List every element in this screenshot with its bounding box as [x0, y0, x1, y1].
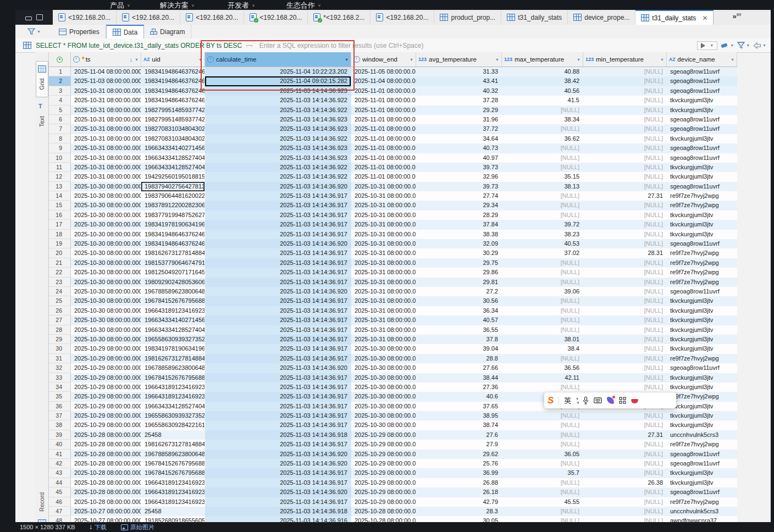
cell-device_name[interactable]: tkvckurgjuml3jtv [667, 344, 737, 353]
cell-max_temperature[interactable]: [NULL] [502, 210, 583, 220]
cell-calculate_time[interactable]: 2025-11-03 14:14:36.917 [205, 258, 351, 268]
minimize-window-icon[interactable] [25, 16, 32, 20]
table-row[interactable]: 282025-10-30 08:00:00.000196634334128527… [49, 325, 737, 335]
cell-window_end[interactable]: 2025-10-29 08:00:00.000 [351, 497, 416, 507]
cell-ts[interactable]: 2025-10-31 08:00:00.000 [71, 153, 141, 163]
cell-device_name[interactable]: sgeoag8row11uvrf [667, 143, 737, 153]
cell-avg_temperature[interactable]: 40.97 [416, 153, 502, 163]
table-row[interactable]: 382025-10-29 08:00:00.000196558630928422… [49, 420, 737, 430]
row-number[interactable]: 9 [49, 143, 71, 153]
cell-ts[interactable]: 2025-10-30 08:00:00.000 [71, 258, 141, 268]
table-row[interactable]: 172025-10-30 08:00:00.000198341978190634… [49, 220, 737, 229]
row-number[interactable]: 22 [49, 268, 71, 277]
cell-uid[interactable]: 1981537790646747915 [141, 258, 205, 268]
download-link[interactable]: ⭣ 下载 [90, 523, 107, 531]
cell-window_end[interactable]: 2025-10-30 08:00:00.000 [351, 354, 416, 363]
cell-min_temperature[interactable]: [NULL] [583, 373, 667, 383]
cell-calculate_time[interactable]: 2025-11-03 14:14:36.922 [205, 96, 351, 105]
cell-max_temperature[interactable]: 38.42 [502, 76, 583, 86]
cell-window_end[interactable]: 2025-11-01 08:00:00.000 [351, 106, 416, 115]
cell-calculate_time[interactable]: 2025-11-03 14:14:36.917 [205, 248, 351, 258]
cell-avg_temperature[interactable]: 36.55 [416, 325, 502, 335]
table-row[interactable]: 132025-10-30 08:00:00.000198379402756427… [49, 182, 737, 191]
cell-min_temperature[interactable]: [NULL] [583, 440, 667, 449]
row-number[interactable]: 8 [49, 134, 71, 143]
cell-window_end[interactable]: 2025-10-29 08:00:00.000 [351, 450, 416, 459]
cell-window_end[interactable]: 2025-10-31 08:00:00.000 [351, 296, 416, 306]
editor-tab-1[interactable]: <192.168.20... [53, 10, 117, 25]
cell-ts[interactable]: 2025-10-29 08:00:00.000 [71, 402, 141, 411]
column-header-avg_temperature[interactable]: 123avg_temperature▼ [416, 52, 502, 66]
cell-window_end[interactable]: 2025-10-30 08:00:00.000 [351, 411, 416, 420]
cell-ts[interactable]: 2025-10-30 08:00:00.000 [71, 335, 141, 344]
cell-calculate_time[interactable]: 2025-11-03 14:14:36.917 [205, 210, 351, 220]
cell-calculate_time[interactable]: 2025-11-03 14:14:36.922 [205, 134, 351, 143]
row-number[interactable]: 38 [49, 420, 71, 430]
cell-ts[interactable]: 2025-10-30 08:00:00.000 [71, 220, 141, 229]
cell-calculate_time[interactable]: 2025-11-03 14:14:36.917 [205, 478, 351, 487]
row-number[interactable]: 13 [49, 182, 71, 191]
cell-max_temperature[interactable]: 45.55 [502, 497, 583, 507]
row-number[interactable]: 15 [49, 201, 71, 210]
cell-device_name[interactable]: sgeoag8row11uvrf [667, 153, 737, 163]
cell-calculate_time[interactable]: 2025-11-03 14:14:36.920 [205, 239, 351, 248]
cell-ts[interactable]: 2025-10-29 08:00:00.000 [71, 420, 141, 430]
cell-calculate_time[interactable]: 2025-11-03 14:14:36.917 [205, 191, 351, 201]
cell-min_temperature[interactable]: [NULL] [583, 287, 667, 296]
cell-uid[interactable]: 1983419486463762465 [141, 96, 205, 105]
cell-uid[interactable]: 25458 [141, 430, 205, 440]
row-number[interactable]: 11 [49, 163, 71, 172]
filter-input[interactable]: Enter a SQL expression to filter results… [259, 42, 698, 49]
cell-avg_temperature[interactable]: 37.65 [416, 402, 502, 411]
cell-calculate_time[interactable]: 2025-11-03 14:14:36.920 [205, 450, 351, 459]
row-number[interactable]: 21 [49, 258, 71, 268]
cell-avg_temperature[interactable]: 29.86 [416, 268, 502, 277]
cell-max_temperature[interactable]: [NULL] [502, 191, 583, 201]
cell-calculate_time[interactable]: 2025-11-03 14:14:36.917 [205, 354, 351, 363]
cell-min_temperature[interactable]: 27.31 [583, 191, 667, 201]
cell-avg_temperature[interactable]: 27.74 [416, 191, 502, 201]
cell-device_name[interactable]: awndfgwwcnra37 [667, 516, 737, 522]
cell-max_temperature[interactable]: [NULL] [502, 143, 583, 153]
cell-uid[interactable]: 1983419486463762465 [141, 239, 205, 248]
cell-avg_temperature[interactable]: 42.79 [416, 497, 502, 507]
cell-device_name[interactable]: re9f7ze7hvyj2wpg [667, 268, 737, 277]
cell-max_temperature[interactable]: [NULL] [502, 383, 583, 392]
cell-calculate_time[interactable]: 2025-11-03 14:14:36.917 [205, 325, 351, 335]
cell-calculate_time[interactable]: 2025-11-03 14:14:36.923 [205, 143, 351, 153]
cell-ts[interactable]: 2025-10-31 08:00:00.000 [71, 115, 141, 124]
row-number[interactable]: 29 [49, 335, 71, 344]
cell-avg_temperature[interactable]: 29.75 [416, 258, 502, 268]
cell-uid[interactable]: 1982708310348043024 [141, 124, 205, 134]
cell-max_temperature[interactable]: 40.53 [502, 239, 583, 248]
cell-calculate_time[interactable]: 2025-11-03 14:14:36.920 [205, 363, 351, 373]
execute-button[interactable]: ▼ [697, 41, 717, 50]
row-number[interactable]: 24 [49, 287, 71, 296]
cell-avg_temperature[interactable]: 36.99 [416, 468, 502, 478]
cell-window_end[interactable]: 2025-10-31 08:00:00.000 [351, 191, 416, 201]
row-number[interactable]: 10 [49, 153, 71, 163]
cell-max_temperature[interactable]: [NULL] [502, 459, 583, 468]
cell-avg_temperature[interactable]: 28.29 [416, 210, 502, 220]
cell-calculate_time[interactable]: 2025-11-03 14:14:36.922 [205, 163, 351, 172]
cell-device_name[interactable]: tkvckurgjuml3jtv [667, 315, 737, 325]
row-number[interactable]: 37 [49, 411, 71, 420]
chevron-down-icon[interactable]: ▼ [495, 58, 499, 62]
cell-avg_temperature[interactable]: 30.56 [416, 296, 502, 306]
editor-tab-6[interactable]: <192.168.20... [371, 10, 434, 25]
cell-window_end[interactable]: 2025-11-05 08:00:00.000 [351, 67, 416, 76]
cell-min_temperature[interactable]: [NULL] [583, 76, 667, 86]
cell-uid[interactable]: 1966343341285274047 [141, 153, 205, 163]
cell-calculate_time[interactable]: 2025-11-03 14:14:36.917 [205, 268, 351, 277]
cell-max_temperature[interactable]: [NULL] [502, 440, 583, 449]
cell-ts[interactable]: 2025-10-27 08:00:00.000 [71, 507, 141, 516]
cell-calculate_time[interactable]: 2025-11-03 14:14:36.918 [205, 430, 351, 440]
editor-tab-8[interactable]: t31_daily_stats [501, 10, 568, 25]
cell-min_temperature[interactable]: [NULL] [583, 67, 667, 76]
table-row[interactable]: 202025-10-30 08:00:00.000198162673127814… [49, 248, 737, 258]
row-number[interactable]: 18 [49, 230, 71, 239]
row-number[interactable]: 4 [49, 96, 71, 105]
cell-min_temperature[interactable]: [NULL] [583, 143, 667, 153]
cell-uid[interactable]: 1966431891234169236 [141, 478, 205, 487]
cell-device_name[interactable]: tkvckurgjuml3jtv [667, 306, 737, 315]
